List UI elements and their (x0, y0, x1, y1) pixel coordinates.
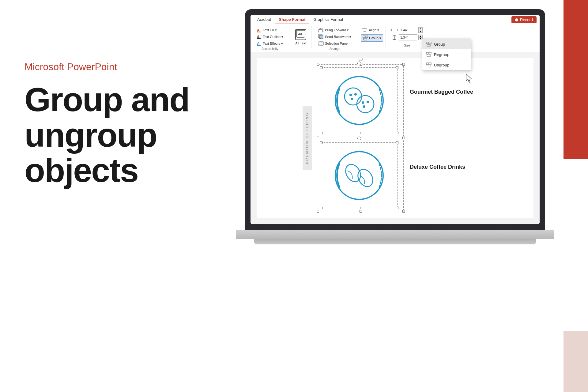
bring-forward-icon (318, 28, 324, 32)
item-top-rotate-handle[interactable] (357, 62, 361, 65)
send-backward-label: Send Backward ▾ (325, 35, 351, 39)
svg-point-47 (343, 162, 364, 184)
left-content: Microsoft PowerPoint Group and ungroup o… (24, 61, 214, 188)
selection-group (318, 64, 404, 211)
item-bottom-handle-br[interactable] (396, 207, 398, 209)
text-fill-btn[interactable]: A Text Fill ▾ (255, 27, 278, 33)
size-label: Size (404, 44, 410, 47)
bring-forward-label: Bring Forward ▾ (325, 28, 349, 32)
send-backward-btn[interactable]: Send Backward ▾ (317, 34, 352, 40)
width-up-btn[interactable]: ▲ (418, 27, 423, 30)
handle-tl[interactable] (317, 63, 319, 66)
svg-rect-18 (363, 36, 365, 38)
svg-rect-9 (318, 30, 322, 32)
width-input[interactable] (399, 27, 417, 33)
item-bottom-handle-bm[interactable] (358, 207, 360, 209)
svg-point-37 (335, 77, 383, 124)
item-bottom-rotate-handle[interactable] (357, 137, 361, 140)
svg-rect-27 (426, 42, 428, 44)
handle-br[interactable] (402, 210, 405, 213)
handle-bl[interactable] (317, 210, 319, 213)
group-btn[interactable]: Group ▾ (361, 34, 383, 42)
text-fill-icon: A (257, 28, 262, 32)
alt-text-btn[interactable]: Alt Alt Text (293, 28, 309, 46)
svg-point-46 (335, 152, 383, 199)
deco-top-right (564, 0, 588, 159)
svg-point-43 (362, 101, 364, 104)
laptop-screen-outer: Acrobat Shape Format Graphics Format Rec… (245, 9, 545, 230)
item-top-handle-tl[interactable] (320, 66, 322, 69)
item-top-handle-tr[interactable] (396, 66, 398, 69)
svg-point-45 (363, 105, 365, 108)
bring-forward-btn[interactable]: Bring Forward ▾ (317, 27, 350, 33)
coffee-icon-top (324, 70, 394, 130)
tab-shape-format[interactable]: Shape Format (275, 15, 309, 24)
width-down-btn[interactable]: ▼ (418, 30, 423, 33)
text-outline-btn[interactable]: A Text Outline ▾ (255, 34, 285, 40)
align-btn[interactable]: Align ▾ (361, 27, 380, 33)
deco-bottom-right (564, 331, 588, 392)
dropdown-regroup-item[interactable]: Regroup (422, 49, 471, 60)
laptop-base (236, 230, 554, 239)
selection-pane-btn[interactable]: Selection Pane (317, 40, 349, 47)
ribbon-group-alt: Alt Alt Text (290, 26, 311, 48)
ribbon-tabs: Acrobat Shape Format Graphics Format Rec… (251, 15, 540, 25)
svg-rect-19 (366, 36, 368, 38)
height-input[interactable] (399, 34, 417, 40)
svg-point-39 (357, 96, 374, 113)
handle-ml[interactable] (317, 137, 319, 139)
align-icon (362, 28, 368, 32)
dropdown-group-item[interactable]: Group (422, 39, 471, 49)
tab-acrobat[interactable]: Acrobat (254, 15, 275, 24)
handle-mr[interactable] (402, 137, 405, 139)
svg-rect-12 (318, 42, 323, 45)
item-bottom-handle-bl[interactable] (320, 207, 322, 209)
ribbon-group-size: ▲ ▼ (389, 26, 425, 48)
tab-graphics-format[interactable]: Graphics Format (310, 15, 347, 24)
handle-bm[interactable] (360, 210, 362, 213)
ribbon-group-align-group: Align ▾ Group ▾ (358, 26, 386, 48)
regroup-menu-icon (426, 52, 432, 57)
title-line1: Group and (24, 82, 214, 117)
text-effects-icon: A (257, 41, 262, 46)
dropdown-ungroup-item[interactable]: Ungroup (422, 60, 471, 70)
title-line3: objects (24, 153, 214, 188)
laptop-screen: Acrobat Shape Format Graphics Format Rec… (251, 15, 540, 224)
svg-rect-35 (427, 65, 430, 67)
svg-text:Alt: Alt (298, 32, 302, 36)
width-spinner: ▲ ▼ (418, 27, 423, 33)
ribbon-group-arrange: Bring Forward ▾ Send Backward ▾ (315, 26, 355, 48)
svg-point-40 (349, 94, 352, 96)
record-dot-icon (515, 18, 518, 21)
dropdown-group-label: Group (434, 42, 445, 47)
item-top-handle-bm[interactable] (358, 132, 360, 134)
svg-rect-33 (426, 63, 428, 65)
product-label-top: Gourmet Bagged Coffee (410, 89, 473, 95)
height-icon (391, 35, 398, 40)
slide-content: PREMIUM OFFERING (257, 58, 533, 218)
alt-text-icon: Alt (295, 29, 306, 40)
width-icon (391, 28, 398, 32)
width-input-row: ▲ ▼ (391, 27, 423, 33)
item-top-handle-br[interactable] (396, 132, 398, 134)
record-button[interactable]: Record (511, 16, 537, 23)
item-bottom-handle-tl[interactable] (320, 141, 322, 144)
align-label: Align ▾ (369, 28, 379, 32)
svg-rect-11 (319, 36, 323, 39)
handle-tr[interactable] (402, 63, 405, 66)
item-top-handle-bl[interactable] (320, 132, 322, 134)
height-up-btn[interactable]: ▲ (418, 35, 423, 37)
item-bottom-handle-tr[interactable] (396, 141, 398, 144)
product-label-bottom: Deluxe Coffee Drinks (410, 164, 465, 170)
slide-area: PREMIUM OFFERING (251, 52, 540, 224)
svg-rect-5 (257, 45, 261, 46)
accessibility-label: Accessibility (262, 47, 278, 51)
dropdown-regroup-label: Regroup (434, 52, 449, 57)
svg-point-42 (351, 98, 353, 100)
height-input-row: ▲ ▼ (391, 34, 423, 40)
text-effects-btn[interactable]: A Text Effects ▾ (255, 40, 284, 47)
svg-rect-20 (364, 38, 367, 40)
group-menu-icon (426, 41, 432, 47)
rotate-handle[interactable] (359, 58, 363, 61)
text-outline-label: Text Outline ▾ (263, 35, 283, 39)
